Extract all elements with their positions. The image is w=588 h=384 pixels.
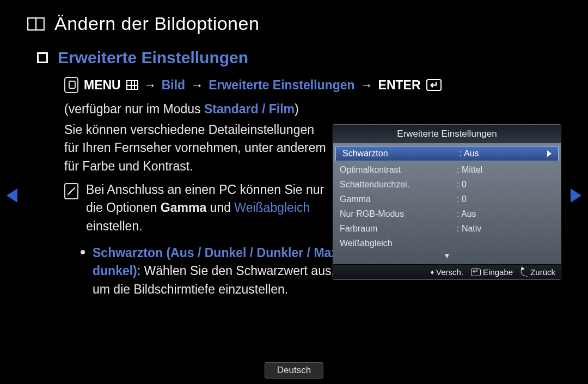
availability-note: (verfügbar nur im Modus Standard / Film) <box>64 102 561 117</box>
osd-title: Erweiterte Einstellungen <box>333 125 561 143</box>
note-and: und <box>206 200 234 215</box>
osd-footer-back: Zurück <box>520 267 555 277</box>
osd-body: Schwarzton: AusOptimalkontrast: MittelSc… <box>333 143 561 264</box>
osd-row-label: Weißabgleich <box>340 239 457 248</box>
body-paragraph: Sie können verschiedene Detaileinstellun… <box>64 121 331 175</box>
arrow-sep-2: → <box>191 78 203 93</box>
osd-row[interactable]: Farbraum: Nativ <box>333 221 561 236</box>
osd-row-value: : 0 <box>457 180 554 190</box>
osd-row[interactable]: Weißabgleich <box>333 236 561 251</box>
note-icon <box>64 183 78 199</box>
language-badge: Deutsch <box>265 362 323 379</box>
menu-grid-icon <box>126 80 138 90</box>
chevron-right-icon <box>571 188 581 203</box>
osd-footer-enter: Eingabe <box>471 267 513 277</box>
chevron-left-icon <box>7 188 17 203</box>
arrow-sep-1: → <box>144 78 156 93</box>
osd-panel: Erweiterte Einstellungen Schwarzton: Aus… <box>333 124 561 280</box>
osd-row-label: Gamma <box>340 194 457 204</box>
osd-row-value: : Nativ <box>457 224 554 234</box>
osd-row-label: Farbraum <box>340 224 457 234</box>
scroll-down-indicator: ▼ <box>333 251 561 260</box>
osd-footer-enter-label: Eingabe <box>483 267 513 277</box>
availability-suffix: ) <box>295 102 299 116</box>
osd-row-label: Nur RGB-Modus <box>340 209 457 219</box>
osd-row[interactable]: Schattendurchzei.: 0 <box>333 177 561 192</box>
osd-row-value: : Aus <box>457 209 554 219</box>
osd-row[interactable]: Optimalkontrast: Mittel <box>333 162 561 177</box>
path-enter: ENTER <box>378 78 421 93</box>
osd-row[interactable]: Nur RGB-Modus: Aus <box>333 206 561 221</box>
note-part2: einstellen. <box>86 219 143 233</box>
osd-footer-back-label: Zurück <box>530 267 555 277</box>
enter-icon <box>426 79 442 91</box>
osd-row-label: Schwarzton <box>342 149 460 159</box>
path-item-2: Erweiterte Einstellungen <box>209 78 354 93</box>
nav-next-button[interactable] <box>571 188 581 203</box>
path-menu: MENU <box>84 78 121 93</box>
osd-row-value: : Mittel <box>457 165 554 175</box>
osd-footer-move: ♦Versch. <box>430 267 463 277</box>
open-book-icon <box>27 16 45 32</box>
osd-row-value: : 0 <box>457 194 554 204</box>
page-title: Ändern der Bildoptionen <box>54 13 259 34</box>
chevron-right-icon <box>547 150 552 157</box>
osd-row[interactable]: Schwarzton: Aus <box>335 146 559 161</box>
osd-footer-move-label: Versch. <box>436 267 463 277</box>
square-marker-icon <box>37 52 48 63</box>
osd-footer: ♦Versch. Eingabe Zurück <box>333 264 561 279</box>
bullet-item: Schwarzton (Aus / Dunkel / Dunkler / Max… <box>81 244 342 298</box>
osd-row-value: : Aus <box>460 149 547 159</box>
note-gamma: Gamma <box>161 200 206 215</box>
osd-row-label: Optimalkontrast <box>340 165 457 175</box>
enter-small-icon <box>471 269 481 276</box>
remote-icon <box>64 77 78 93</box>
back-icon <box>520 267 529 276</box>
path-item-1: Bild <box>162 78 185 93</box>
osd-row[interactable]: Gamma: 0 <box>333 192 561 206</box>
availability-prefix: (verfügbar nur im Modus <box>64 102 204 116</box>
section-heading: Erweiterte Einstellungen <box>58 48 248 67</box>
nav-prev-button[interactable] <box>7 188 17 203</box>
note-block: Bei Anschluss an einen PC können Sie nur… <box>64 181 336 235</box>
updown-icon: ♦ <box>430 269 434 276</box>
arrow-sep-3: → <box>360 78 373 93</box>
menu-path: MENU → Bild → Erweiterte Einstellungen →… <box>64 77 561 93</box>
availability-modes: Standard / Film <box>204 102 295 116</box>
bullet-dot-icon <box>81 250 85 254</box>
osd-row-label: Schattendurchzei. <box>340 180 457 190</box>
note-weiss: Weißabgleich <box>234 200 310 215</box>
